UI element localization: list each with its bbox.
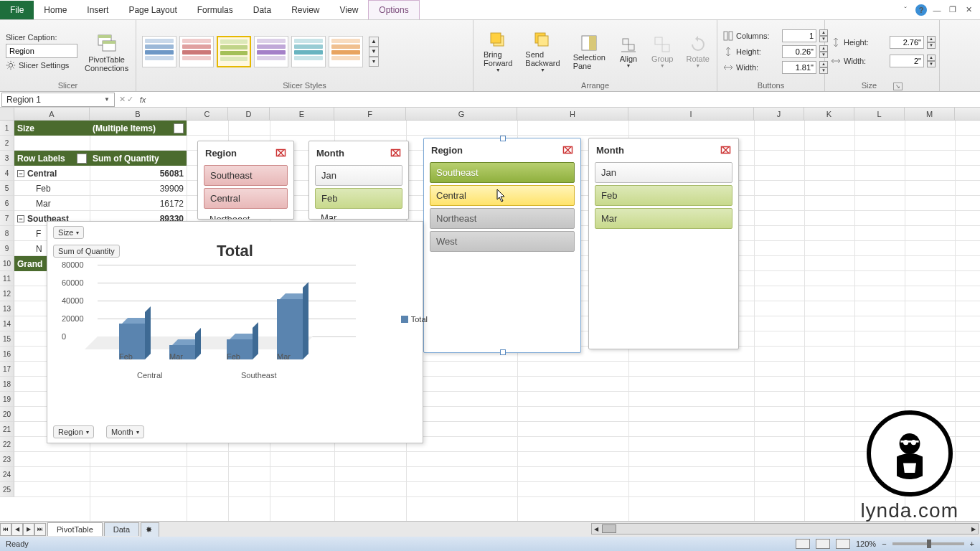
style-swatch-blue[interactable] [142,36,176,67]
row-header[interactable]: 6 [0,196,14,211]
chart-axis-region-pill[interactable]: Region▾ [53,425,94,438]
row-header[interactable]: 25 [0,482,14,497]
ribbon-minimize-icon[interactable]: ˇ [900,4,911,16]
slicer-item-southeast[interactable]: Southeast [430,162,575,183]
style-swatch-teal[interactable] [291,36,326,67]
row-header[interactable]: 16 [0,347,14,362]
col-header[interactable]: I [628,108,754,120]
style-swatch-red[interactable] [179,36,214,67]
tab-home[interactable]: Home [34,1,77,19]
window-restore-icon[interactable]: ❐ [947,4,958,16]
slicer-item[interactable]: Southeast [204,165,288,186]
sheet-tab-data[interactable]: Data [104,522,139,536]
collapse-icon[interactable]: − [17,215,24,222]
col-header[interactable]: J [754,108,804,120]
tab-review[interactable]: Review [281,1,329,19]
row-header[interactable]: 12 [0,286,14,301]
slicer-item[interactable]: Mar [315,211,402,220]
btn-width-input[interactable] [782,61,816,74]
worksheet[interactable]: ABCDEFGHIJKLM 12345678910111213141516171… [0,108,980,521]
sheet-nav-first-icon[interactable]: ⏮ [0,523,11,536]
row-header[interactable]: 4 [0,166,14,181]
slicer-settings-button[interactable]: Slicer Settings [6,60,77,70]
col-header[interactable]: G [406,108,517,120]
view-normal-icon[interactable] [796,539,810,549]
btn-height-input[interactable] [782,45,816,58]
slicer-month-left[interactable]: Month⌧ Jan Feb Mar [308,141,409,220]
row-header[interactable]: 3 [0,151,14,166]
tab-file[interactable]: File [0,1,34,19]
zoom-out-icon[interactable]: − [882,540,886,548]
sheet-tab-pivottable[interactable]: PivotTable [47,522,103,536]
col-header[interactable]: H [517,108,628,120]
row-header[interactable]: 8 [0,226,14,241]
style-swatch-olive[interactable] [217,36,251,67]
selection-pane-button[interactable]: Selection Pane [569,33,610,70]
pivot-row-feb[interactable]: Feb [14,181,90,196]
zoom-slider[interactable] [892,542,964,545]
column-headers[interactable]: ABCDEFGHIJKLM [14,108,980,121]
slicer-item[interactable]: Feb [595,185,732,206]
tab-data[interactable]: Data [243,1,281,19]
col-header[interactable]: C [187,108,228,120]
row-header[interactable]: 7 [0,211,14,226]
row-header[interactable]: 1 [0,121,14,136]
bring-forward-button[interactable]: Bring Forward▼ [479,30,517,72]
col-header[interactable]: B [90,108,187,120]
col-header[interactable]: E [270,108,334,120]
gallery-up-icon[interactable]: ▲ [369,37,379,47]
row-header[interactable]: 22 [0,437,14,452]
row-header[interactable]: 23 [0,452,14,467]
row-header[interactable]: 20 [0,407,14,422]
gallery-more-icon[interactable]: ▾ [369,57,379,67]
slicer-month-right[interactable]: Month⌧ Jan Feb Mar [588,138,739,349]
tab-options[interactable]: Options [368,0,419,19]
tab-page-layout[interactable]: Page Layout [118,1,187,19]
slicer-item-northeast[interactable]: Northeast [430,208,575,229]
slicer-item[interactable]: Mar [595,208,732,229]
col-header[interactable]: M [905,108,955,120]
row-header[interactable]: 11 [0,271,14,286]
row-header[interactable]: 14 [0,316,14,331]
collapse-icon[interactable]: − [17,170,24,177]
tab-formulas[interactable]: Formulas [187,1,243,19]
clear-filter-icon[interactable]: ⌧ [390,147,401,159]
view-page-break-icon[interactable] [836,539,850,549]
grid-area[interactable]: Size (Multiple Items)▼ Row Labels▼ Sum o… [14,121,980,521]
row-header[interactable]: 24 [0,467,14,482]
pivot-chart[interactable]: Size▾ Sum of Quantity Total 80000 60000 … [47,221,423,443]
col-header[interactable]: D [228,108,270,120]
slicer-item-central[interactable]: Central [430,185,575,206]
horizontal-scrollbar[interactable]: ◀▶ [591,523,979,534]
pivot-row-labels[interactable]: Row Labels▼ [14,151,90,166]
chart-filter-size[interactable]: Size▾ [53,226,84,239]
spin-down-icon[interactable]: ▼ [927,42,936,49]
spin-up-icon[interactable]: ▲ [927,55,936,61]
clear-filter-icon[interactable]: ⌧ [275,147,286,159]
row-header[interactable]: 21 [0,422,14,437]
tab-insert[interactable]: Insert [77,1,118,19]
pivot-size-filter[interactable]: (Multiple Items)▼ [90,121,187,136]
spin-up-icon[interactable]: ▲ [927,36,936,42]
view-page-layout-icon[interactable] [816,539,830,549]
row-header[interactable]: 18 [0,377,14,392]
send-backward-button[interactable]: Send Backward▼ [521,30,564,72]
fx-icon[interactable]: fx [136,95,149,104]
size-width-input[interactable] [890,55,924,67]
name-box-dropdown-icon[interactable]: ▼ [104,96,110,103]
clear-filter-icon[interactable]: ⌧ [562,144,573,156]
columns-input[interactable] [782,29,816,42]
style-swatch-orange[interactable] [329,36,363,67]
formula-input[interactable] [149,92,980,107]
slicer-item[interactable]: Feb [315,188,402,209]
slicer-item[interactable]: Jan [595,162,732,183]
col-header[interactable]: K [804,108,854,120]
align-button[interactable]: Align▼ [614,34,643,68]
sheet-nav-next-icon[interactable]: ▶ [23,523,34,536]
name-box[interactable]: Region 1▼ [1,93,115,107]
zoom-level[interactable]: 120% [856,540,876,548]
select-all-corner[interactable] [0,108,14,121]
col-header[interactable]: A [14,108,90,120]
size-height-input[interactable] [890,36,924,49]
row-header[interactable]: 17 [0,362,14,377]
